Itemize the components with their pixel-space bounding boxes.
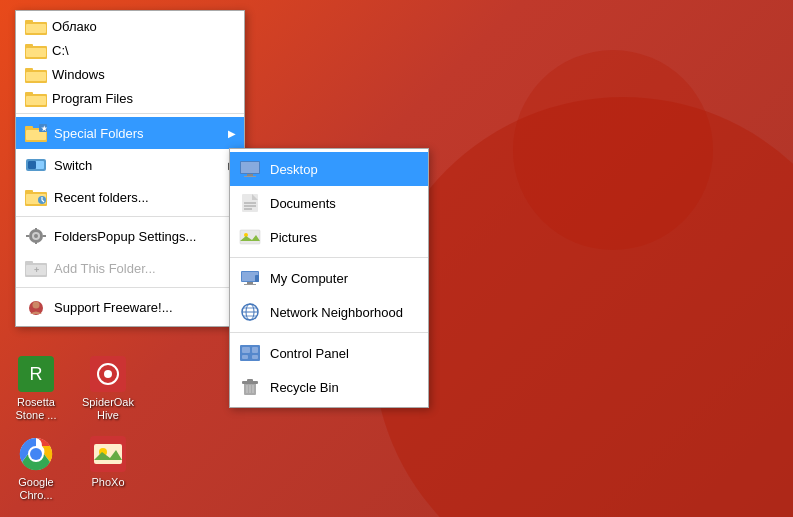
menu-item-windows[interactable]: Windows	[16, 62, 244, 86]
special-folders-icon: ★	[24, 121, 48, 145]
mycomputer-icon	[238, 266, 262, 290]
recycle-label: Recycle Bin	[270, 380, 339, 395]
svg-rect-83	[242, 347, 250, 353]
phoxo-icon	[88, 434, 128, 474]
special-folders-submenu: Desktop Documents Pictures	[229, 148, 429, 408]
documents-icon	[238, 191, 262, 215]
submenu-item-documents[interactable]: Documents	[230, 186, 428, 220]
menu-item-oblako[interactable]: Облако	[16, 14, 244, 38]
programfiles-icon	[24, 86, 48, 110]
programfiles-label: Program Files	[52, 91, 133, 106]
submenu-item-desktop[interactable]: Desktop	[230, 152, 428, 186]
windows-label: Windows	[52, 67, 105, 82]
pictures-label: Pictures	[270, 230, 317, 245]
documents-label: Documents	[270, 196, 336, 211]
control-icon	[238, 341, 262, 365]
menu-item-settings[interactable]: FoldersPopup Settings...	[16, 220, 244, 252]
switch-icon	[24, 153, 48, 177]
chrome-icon	[16, 434, 56, 474]
submenu-item-control[interactable]: Control Panel	[230, 336, 428, 370]
svg-rect-44	[28, 161, 36, 169]
support-label: Support Freeware!...	[54, 300, 173, 315]
special-folders-label: Special Folders	[54, 126, 144, 141]
spideroak-icon	[88, 354, 128, 394]
menu-item-recent[interactable]: Recent folders...	[16, 181, 244, 213]
desktop-label: Desktop	[270, 162, 318, 177]
network-label: Network Neighborhood	[270, 305, 403, 320]
svg-rect-74	[247, 282, 253, 284]
svg-rect-55	[43, 235, 46, 237]
svg-rect-89	[247, 379, 253, 382]
svg-rect-27	[26, 24, 46, 33]
add-folder-label: Add This Folder...	[54, 261, 156, 276]
menu-item-cdrive[interactable]: C:\	[16, 38, 244, 62]
svg-point-21	[31, 449, 41, 459]
desktop-icon-chrome[interactable]: GoogleChro...	[0, 430, 72, 506]
cdrive-icon	[24, 38, 48, 62]
svg-rect-36	[26, 96, 46, 105]
oblako-icon	[24, 14, 48, 38]
settings-icon	[24, 224, 48, 248]
submenu-item-pictures[interactable]: Pictures	[230, 220, 428, 254]
switch-label: Switch	[54, 158, 92, 173]
decorative-circle-small	[513, 50, 713, 250]
svg-text:R: R	[30, 364, 43, 384]
desktop-icon-phoxo[interactable]: PhoXo	[72, 430, 144, 506]
settings-label: FoldersPopup Settings...	[54, 229, 196, 244]
submenu-item-network[interactable]: Network Neighborhood	[230, 295, 428, 329]
svg-rect-54	[26, 235, 29, 237]
menu-item-support[interactable]: Support Freeware!...	[16, 291, 244, 323]
control-label: Control Panel	[270, 346, 349, 361]
add-folder-icon: +	[24, 256, 48, 280]
separator-2	[16, 216, 244, 217]
rosetta-icon: R	[16, 354, 56, 394]
menu-item-special-folders[interactable]: ★ Special Folders ▶	[16, 117, 244, 149]
svg-rect-63	[241, 162, 259, 173]
svg-rect-75	[244, 284, 256, 285]
recycle-icon	[238, 375, 262, 399]
special-folders-arrow: ▶	[228, 128, 236, 139]
desktop-icon-rosetta[interactable]: R RosettaStone ...	[0, 350, 72, 426]
svg-rect-46	[25, 190, 33, 194]
desktop-icon-spideroak[interactable]: SpiderOakHive	[72, 350, 144, 426]
submenu-separator-2	[230, 332, 428, 333]
mycomputer-label: My Computer	[270, 271, 348, 286]
svg-rect-32	[25, 68, 33, 72]
chrome-label: GoogleChro...	[18, 476, 53, 502]
svg-rect-65	[244, 176, 256, 177]
main-context-menu: Облако C:\ Windows	[15, 10, 245, 327]
network-icon	[238, 300, 262, 324]
svg-point-51	[34, 234, 38, 238]
svg-rect-76	[255, 275, 259, 282]
svg-rect-52	[35, 228, 37, 231]
svg-rect-57	[25, 261, 33, 265]
menu-item-switch[interactable]: Switch ▶	[16, 149, 244, 181]
svg-rect-26	[25, 20, 33, 24]
rosetta-label: RosettaStone ...	[16, 396, 57, 422]
svg-rect-38	[25, 126, 33, 130]
submenu-item-mycomputer[interactable]: My Computer	[230, 261, 428, 295]
menu-item-programfiles[interactable]: Program Files	[16, 86, 244, 110]
submenu-separator-1	[230, 257, 428, 258]
desktop-icons-row-chrome: GoogleChro... PhoXo	[0, 430, 144, 506]
svg-rect-53	[35, 241, 37, 244]
svg-text:+: +	[34, 265, 39, 275]
svg-rect-64	[247, 174, 253, 176]
svg-text:★: ★	[41, 125, 47, 132]
spideroak-label: SpiderOakHive	[82, 396, 134, 422]
svg-rect-86	[252, 355, 258, 359]
svg-rect-30	[26, 48, 46, 57]
svg-rect-29	[25, 44, 33, 48]
oblako-label: Облако	[52, 19, 97, 34]
svg-rect-35	[25, 92, 33, 96]
svg-point-61	[33, 302, 40, 309]
svg-rect-84	[252, 347, 258, 353]
svg-rect-33	[26, 72, 46, 81]
svg-rect-85	[242, 355, 248, 359]
phoxo-label: PhoXo	[91, 476, 124, 489]
windows-icon	[24, 62, 48, 86]
menu-item-add-folder[interactable]: + Add This Folder...	[16, 252, 244, 284]
desktop-icons-row-rosetta: R RosettaStone ... SpiderOakHive	[0, 350, 144, 426]
pictures-icon	[238, 225, 262, 249]
submenu-item-recycle[interactable]: Recycle Bin	[230, 370, 428, 404]
